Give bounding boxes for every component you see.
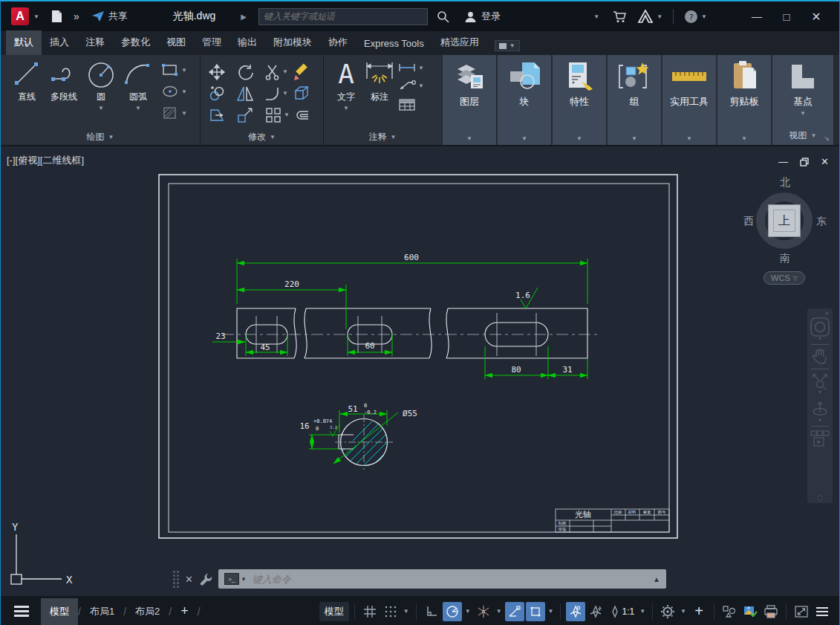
text-caret[interactable]: ▼ (343, 105, 349, 111)
scale-caret[interactable]: ▼ (638, 608, 647, 615)
isodraft-caret[interactable]: ▼ (495, 608, 504, 615)
isolate-objects-button[interactable] (720, 602, 739, 621)
status-customization-menu-icon[interactable] (813, 602, 832, 621)
signin-caret-icon[interactable]: ▼ (593, 13, 599, 20)
panel-groups[interactable]: 组 ▼ (608, 55, 661, 145)
tab-manage[interactable]: 管理 (194, 30, 229, 55)
share-button[interactable]: 共享 (91, 10, 128, 23)
command-line[interactable]: ✕ >_ ▼ ▲ (173, 568, 666, 590)
tab-featured-apps[interactable]: 精选应用 (432, 30, 487, 55)
groups-panel-caret[interactable]: ▼ (631, 135, 637, 145)
tab-express-tools[interactable]: Express Tools (356, 33, 432, 55)
panel-annotate-footer[interactable]: 注释▼ (324, 129, 441, 145)
mirror-button[interactable] (236, 82, 264, 104)
object-snap-toggle[interactable] (526, 602, 545, 621)
nav-pan-icon[interactable] (812, 348, 828, 366)
line-button[interactable]: 直线 (8, 59, 45, 103)
rotate-button[interactable] (236, 61, 264, 82)
ellipse-caret[interactable]: ▼ (181, 88, 187, 95)
fullscreen-button[interactable] (792, 602, 811, 621)
isodraft-toggle[interactable] (474, 602, 493, 621)
command-wrench-icon[interactable] (199, 572, 212, 586)
cart-icon[interactable] (613, 10, 627, 23)
autodesk-caret-icon[interactable]: ▼ (657, 13, 662, 20)
viewport-label[interactable]: [-][俯视][二维线框] (7, 154, 84, 167)
new-layout-button[interactable]: + (172, 603, 198, 619)
snap-caret[interactable]: ▼ (402, 608, 411, 615)
tab-collaborate[interactable]: 协作 (320, 30, 356, 55)
snap-toggle[interactable] (381, 602, 400, 621)
tab-addins[interactable]: 附加模块 (265, 30, 320, 55)
text-button[interactable]: A 文字 ▼ (330, 59, 362, 111)
fillet-caret[interactable]: ▼ (282, 90, 288, 97)
tab-output[interactable]: 输出 (229, 30, 265, 55)
panel-draw-footer[interactable]: 绘图▼ (1, 129, 200, 145)
clipboard-panel-caret[interactable]: ▼ (741, 135, 747, 145)
model-space-toggle[interactable]: 模型 (319, 602, 349, 621)
workspace-gear-icon[interactable] (658, 602, 677, 621)
model-tab[interactable]: 模型 (41, 598, 78, 625)
leader-caret[interactable]: ▼ (418, 82, 424, 89)
viewcube-south[interactable]: 南 (780, 252, 790, 265)
command-history-caret[interactable]: ▲ (653, 575, 660, 583)
expand-toolbar-icon[interactable]: » (74, 10, 79, 22)
layout1-tab[interactable]: 布局1 (81, 598, 123, 625)
ellipse-button[interactable]: ▼ (161, 84, 187, 99)
scale-button[interactable] (236, 104, 264, 126)
minimize-button[interactable]: — (747, 10, 766, 22)
linear-dim-button[interactable]: ▼ (398, 62, 424, 73)
search-icon[interactable] (437, 10, 449, 23)
linear-dim-caret[interactable]: ▼ (418, 65, 424, 71)
nav-wheel-icon[interactable] (810, 317, 830, 337)
workspace-caret[interactable]: ▼ (679, 608, 688, 615)
layers-panel-caret[interactable]: ▼ (466, 135, 472, 145)
viewport-minimize-icon[interactable]: — (778, 156, 788, 167)
annotation-visibility-toggle[interactable] (566, 602, 585, 621)
stretch-button[interactable] (208, 104, 236, 126)
circle-dropdown-caret[interactable]: ▼ (98, 105, 104, 111)
ribbon-state-button[interactable]: ▼ (495, 40, 520, 51)
tab-view[interactable]: 视图 (158, 30, 194, 55)
autodesk-logo-icon[interactable] (637, 10, 654, 23)
shaft-outline[interactable] (237, 308, 587, 358)
viewport-restore-icon[interactable] (800, 158, 809, 166)
tab-default[interactable]: 默认 (6, 30, 42, 55)
maximize-button[interactable]: □ (777, 10, 796, 23)
tab-insert[interactable]: 插入 (42, 30, 77, 55)
nav-showmotion-icon[interactable] (810, 430, 830, 447)
polar-tracking-toggle[interactable] (443, 602, 462, 621)
viewcube-top-face[interactable]: 上 (768, 204, 801, 237)
move-button[interactable] (208, 61, 236, 82)
search-input[interactable] (264, 11, 423, 22)
panel-utilities[interactable]: 实用工具 ▼ (662, 55, 716, 145)
command-prompt-caret[interactable]: ▼ (241, 576, 247, 583)
rectangle-caret[interactable]: ▼ (181, 67, 187, 74)
command-prompt-icon[interactable]: >_ (224, 573, 239, 585)
arc-dropdown-caret[interactable]: ▼ (135, 105, 141, 111)
app-logo-icon[interactable]: A (11, 7, 29, 25)
viewport-close-icon[interactable]: ✕ (821, 156, 829, 167)
block-panel-caret[interactable]: ▼ (521, 135, 527, 145)
dimension-button[interactable]: 标注 (362, 59, 397, 103)
nav-zoom-icon[interactable] (811, 372, 829, 390)
navigation-bar[interactable]: ✕ ▼ ▼ ▼ (807, 308, 833, 503)
object-snap-tracking-toggle[interactable] (505, 602, 524, 621)
close-button[interactable]: ✕ (807, 10, 826, 24)
ortho-toggle[interactable] (422, 602, 441, 621)
tab-parametric[interactable]: 参数化 (113, 30, 158, 55)
table-button[interactable] (398, 98, 424, 111)
search-box[interactable] (258, 8, 428, 25)
grid-toggle[interactable] (360, 602, 380, 621)
copy-button[interactable] (208, 82, 236, 104)
viewcube-east[interactable]: 东 (816, 215, 827, 228)
polyline-button[interactable]: 多段线 (45, 59, 82, 103)
command-input[interactable] (253, 574, 648, 585)
plot-printer-button[interactable] (761, 602, 781, 621)
new-file-icon[interactable] (50, 10, 65, 23)
layout-menu-icon[interactable] (14, 606, 29, 617)
tab-annotate[interactable]: 注释 (77, 30, 113, 55)
autoscale-toggle[interactable] (587, 602, 606, 621)
polar-caret[interactable]: ▼ (463, 608, 472, 615)
panel-layers[interactable]: 图层 ▼ (443, 55, 496, 145)
graphics-performance-button[interactable] (740, 602, 760, 621)
